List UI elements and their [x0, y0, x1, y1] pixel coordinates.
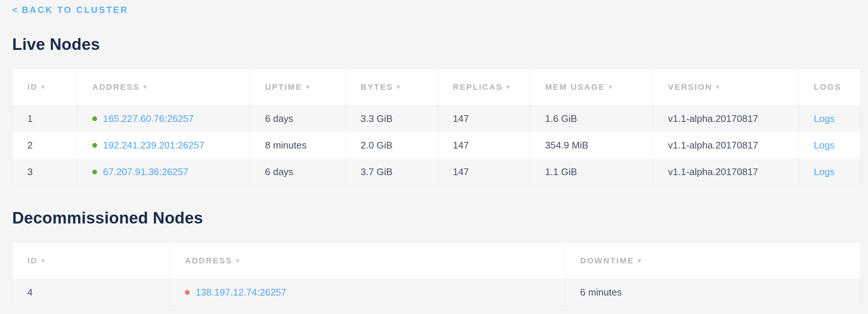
- node-logs-cell: Logs: [799, 132, 860, 158]
- column-header-version-label: VERSION: [668, 82, 712, 92]
- sort-arrow-icon: ▾: [236, 257, 241, 264]
- node-address-cell: 138.197.12.74:26257: [170, 279, 565, 306]
- sort-arrow-icon: ▾: [716, 83, 720, 91]
- node-uptime-cell: 6 days: [250, 158, 346, 185]
- table-row: 3 67.207.91.36:26257 6 days 3.7 GiB 147 …: [13, 158, 860, 185]
- sort-arrow-icon: ▾: [306, 83, 310, 91]
- chevron-left-icon: <: [12, 5, 17, 15]
- node-logs-cell: Logs: [799, 158, 860, 185]
- table-row: 4 138.197.12.74:26257 6 minutes: [13, 279, 860, 306]
- node-downtime-cell: 6 minutes: [565, 279, 860, 306]
- node-uptime-cell: 6 days: [250, 105, 346, 132]
- column-header-id[interactable]: ID▾: [13, 69, 78, 105]
- column-header-uptime[interactable]: UPTIME▾: [250, 69, 346, 105]
- column-header-downtime[interactable]: DOWNTIME▾: [565, 243, 860, 279]
- node-logs-link[interactable]: Logs: [814, 166, 834, 177]
- column-header-logs: LOGS: [799, 69, 860, 105]
- column-header-replicas[interactable]: REPLICAS▾: [438, 69, 530, 105]
- decommissioned-nodes-header-row: ID▾ ADDRESS▾ DOWNTIME▾: [13, 243, 860, 279]
- node-version-cell: v1.1-alpha.20170817: [653, 158, 799, 185]
- column-header-uptime-label: UPTIME: [265, 82, 302, 92]
- table-row: 2 192.241.239.201:26257 8 minutes 2.0 Gi…: [13, 132, 860, 158]
- column-header-mem-usage[interactable]: MEM USAGE▾: [530, 69, 653, 105]
- live-nodes-table: ID▾ ADDRESS▾ UPTIME▾ BYTES▾ REPLICAS▾ ME…: [12, 69, 861, 185]
- sort-arrow-icon: ▾: [144, 83, 148, 91]
- column-header-bytes-label: BYTES: [361, 82, 393, 92]
- node-replicas-cell: 147: [438, 158, 530, 185]
- decommissioned-nodes-title: Decommissioned Nodes: [12, 208, 860, 228]
- live-nodes-header-row: ID▾ ADDRESS▾ UPTIME▾ BYTES▾ REPLICAS▾ ME…: [13, 69, 860, 105]
- node-bytes-cell: 3.3 GiB: [346, 105, 438, 132]
- sort-arrow-icon: ▾: [397, 83, 401, 91]
- column-header-id-label: ID: [27, 256, 38, 265]
- decommissioned-status-dot-icon: [185, 290, 190, 295]
- node-logs-link[interactable]: Logs: [814, 113, 834, 124]
- node-address-cell: 192.241.239.201:26257: [78, 132, 250, 158]
- node-version-cell: v1.1-alpha.20170817: [653, 105, 799, 132]
- live-status-dot-icon: [92, 116, 97, 121]
- column-header-id-label: ID: [27, 82, 38, 92]
- node-version-cell: v1.1-alpha.20170817: [653, 132, 799, 158]
- sort-arrow-icon: ▾: [609, 83, 613, 91]
- node-bytes-cell: 2.0 GiB: [346, 132, 438, 158]
- live-status-dot-icon: [92, 170, 97, 174]
- back-to-cluster-label: BACK TO CLUSTER: [22, 5, 128, 15]
- node-id-cell: 2: [13, 132, 78, 158]
- column-header-id[interactable]: ID▾: [13, 243, 170, 279]
- sort-arrow-icon: ▾: [638, 257, 642, 264]
- node-id-cell: 4: [13, 279, 170, 306]
- column-header-address-label: ADDRESS: [92, 82, 140, 92]
- column-header-version[interactable]: VERSION▾: [653, 69, 799, 105]
- node-mem-usage-cell: 354.9 MiB: [530, 132, 653, 158]
- node-bytes-cell: 3.7 GiB: [346, 158, 438, 185]
- node-address-link[interactable]: 192.241.239.201:26257: [103, 140, 204, 151]
- node-id-cell: 1: [13, 105, 78, 132]
- live-status-dot-icon: [92, 143, 97, 148]
- node-mem-usage-cell: 1.1 GiB: [530, 158, 653, 185]
- column-header-address[interactable]: ADDRESS▾: [170, 243, 565, 279]
- sort-arrow-icon: ▾: [41, 83, 46, 91]
- node-address-link[interactable]: 138.197.12.74:26257: [196, 287, 286, 298]
- column-header-address[interactable]: ADDRESS▾: [78, 69, 250, 105]
- column-header-bytes[interactable]: BYTES▾: [346, 69, 438, 105]
- decommissioned-nodes-table: ID▾ ADDRESS▾ DOWNTIME▾ 4 138.197.12.74:2…: [12, 242, 861, 306]
- node-address-link[interactable]: 67.207.91.36:26257: [103, 166, 188, 177]
- node-id-cell: 3: [13, 158, 78, 185]
- node-replicas-cell: 147: [438, 132, 530, 158]
- live-nodes-title: Live Nodes: [12, 35, 860, 54]
- table-row: 1 165.227.60.76:26257 6 days 3.3 GiB 147…: [13, 105, 860, 132]
- node-address-cell: 165.227.60.76:26257: [78, 105, 250, 132]
- column-header-mem-usage-label: MEM USAGE: [545, 82, 605, 92]
- node-address-cell: 67.207.91.36:26257: [78, 158, 250, 185]
- sort-arrow-icon: ▾: [506, 83, 511, 91]
- node-replicas-cell: 147: [438, 105, 530, 132]
- node-address-link[interactable]: 165.227.60.76:26257: [103, 113, 194, 124]
- column-header-logs-label: LOGS: [814, 82, 841, 92]
- sort-arrow-icon: ▾: [41, 257, 46, 264]
- column-header-downtime-label: DOWNTIME: [580, 256, 634, 265]
- nodes-overview-page: < BACK TO CLUSTER Live Nodes ID▾ ADDRESS…: [0, 0, 868, 306]
- node-mem-usage-cell: 1.6 GiB: [530, 105, 653, 132]
- back-to-cluster-link[interactable]: < BACK TO CLUSTER: [12, 5, 128, 15]
- node-logs-link[interactable]: Logs: [814, 140, 834, 151]
- column-header-replicas-label: REPLICAS: [453, 82, 503, 92]
- node-uptime-cell: 8 minutes: [250, 132, 346, 158]
- column-header-address-label: ADDRESS: [185, 256, 232, 265]
- node-logs-cell: Logs: [799, 105, 860, 132]
